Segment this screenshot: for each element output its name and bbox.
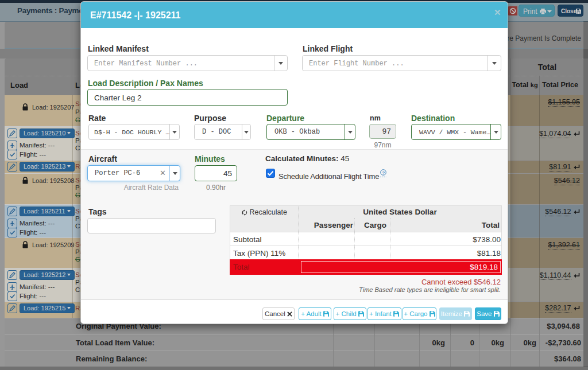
svg-text:?: ?: [382, 170, 385, 176]
